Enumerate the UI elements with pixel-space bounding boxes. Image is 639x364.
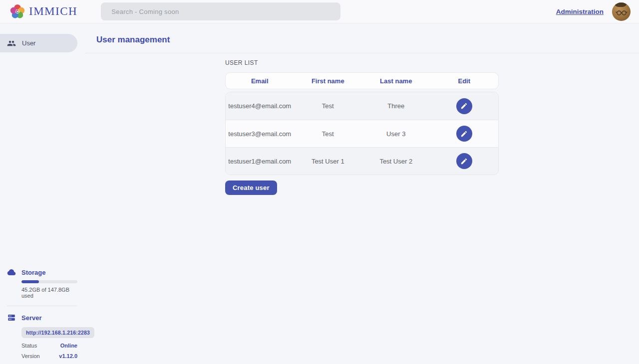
- edit-user-button[interactable]: [456, 153, 472, 169]
- edit-user-button[interactable]: [456, 126, 472, 142]
- table-header-row: Email First name Last name Edit: [225, 72, 499, 89]
- sidebar-item-user-label: User: [22, 39, 35, 47]
- table-row: testuser3@email.com Test User 3: [226, 120, 498, 147]
- cell-last-name: Test User 2: [362, 158, 430, 165]
- cell-first-name: Test User 1: [294, 158, 362, 165]
- column-header-email: Email: [226, 77, 294, 85]
- brand-name: IMMICH: [29, 5, 77, 18]
- server-title: Server: [21, 314, 41, 322]
- column-header-edit: Edit: [430, 77, 499, 85]
- cell-last-name: User 3: [362, 130, 430, 138]
- server-status-value: Online: [60, 343, 77, 349]
- server-version-value: v1.12.0: [59, 353, 77, 359]
- create-user-button[interactable]: Create user: [225, 181, 277, 195]
- storage-progress-fill: [21, 280, 39, 283]
- pencil-icon: [460, 158, 468, 165]
- main-content: User management USER LIST Email First na…: [85, 23, 639, 364]
- cloud-icon: [7, 268, 16, 277]
- sidebar-item-user[interactable]: User: [0, 34, 77, 52]
- column-header-first-name: First name: [294, 77, 362, 85]
- immich-flower-logo-icon: [10, 4, 25, 19]
- cell-first-name: Test: [294, 130, 362, 138]
- title-divider: [85, 53, 639, 53]
- server-version-label: Version: [21, 353, 40, 359]
- search-bar: [101, 2, 340, 20]
- server-url: http://192.168.1.216:2283: [21, 327, 94, 338]
- pencil-icon: [460, 102, 468, 110]
- user-list-label: USER LIST: [225, 59, 499, 66]
- brand-logo-link[interactable]: IMMICH: [10, 4, 77, 19]
- page-title: User management: [85, 23, 639, 45]
- server-status-label: Status: [21, 343, 37, 349]
- app-root: IMMICH Administration: [0, 0, 639, 364]
- table-row: testuser1@email.com Test User 1 Test Use…: [226, 147, 498, 175]
- table-row: testuser4@email.com Test Three: [226, 92, 498, 120]
- sidebar: User Storage 4: [0, 23, 85, 364]
- storage-title: Storage: [21, 269, 45, 276]
- user-avatar[interactable]: [612, 2, 631, 21]
- cell-email: testuser3@email.com: [226, 130, 294, 138]
- server-version-row: Version v1.12.0: [21, 353, 77, 359]
- user-table: testuser4@email.com Test Three: [225, 92, 499, 175]
- cell-email: testuser1@email.com: [226, 158, 294, 165]
- administration-link[interactable]: Administration: [556, 8, 604, 15]
- server-status-row: Status Online: [21, 343, 77, 349]
- server-icon: [7, 313, 16, 322]
- cell-first-name: Test: [294, 102, 362, 110]
- storage-progress-bar: [21, 280, 77, 283]
- top-bar: IMMICH Administration: [0, 0, 639, 23]
- sidebar-status-panel: Storage 45.2GB of 147.8GB used: [0, 268, 85, 359]
- cell-last-name: Three: [362, 102, 430, 110]
- column-header-last-name: Last name: [362, 77, 430, 85]
- storage-section: Storage 45.2GB of 147.8GB used: [7, 268, 77, 299]
- user-list-section: USER LIST Email First name Last name Edi…: [225, 59, 499, 195]
- pencil-icon: [460, 130, 468, 138]
- sidebar-divider: [7, 306, 77, 306]
- storage-usage-text: 45.2GB of 147.8GB used: [21, 287, 77, 299]
- server-section: Server http://192.168.1.216:2283 Status …: [7, 313, 77, 359]
- glasses-icon: [616, 7, 628, 16]
- edit-user-button[interactable]: [456, 98, 472, 114]
- search-input[interactable]: [101, 2, 340, 20]
- cell-email: testuser4@email.com: [226, 102, 294, 110]
- users-group-icon: [7, 39, 16, 48]
